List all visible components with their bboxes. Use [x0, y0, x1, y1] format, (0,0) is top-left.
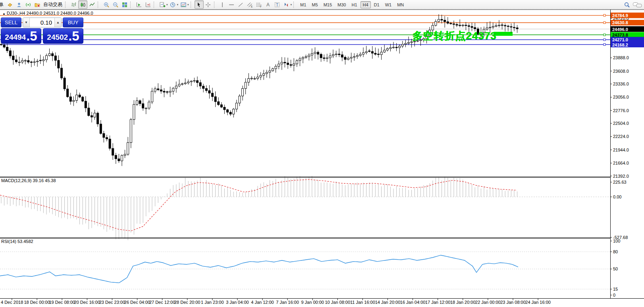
fibonacci-icon[interactable]: F — [255, 0, 264, 9]
svg-text:18 Dec 00:00: 18 Dec 00:00 — [24, 300, 50, 305]
svg-text:3 Jan 04:00: 3 Jan 04:00 — [226, 300, 249, 305]
price-tag: 24630.8 — [611, 20, 644, 25]
periods-clock-icon[interactable] — [168, 0, 177, 9]
price-tag: 24271.0 — [611, 37, 644, 43]
bar-chart-icon[interactable] — [69, 0, 78, 9]
svg-text:225.63: 225.63 — [613, 180, 627, 185]
text-label-icon[interactable]: T — [273, 0, 282, 9]
toolbar-separator — [98, 2, 100, 8]
periods-caret-icon[interactable]: ▾ — [177, 3, 179, 6]
svg-text:T: T — [276, 2, 278, 7]
buy-price-frac: .5 — [68, 29, 79, 43]
templates-icon[interactable] — [179, 0, 188, 9]
timeframe-m1[interactable]: M1 — [298, 1, 309, 8]
gold-package-icon[interactable] — [5, 0, 14, 9]
svg-text:22 Jan 00:00: 22 Jan 00:00 — [475, 300, 501, 305]
new-order-button[interactable]: 单 — [0, 1, 5, 8]
line-chart-icon[interactable] — [87, 0, 96, 9]
pivot-annotation-text: 多空转折点24373 — [412, 29, 496, 43]
chart-title-text: DJ30-,H4 24490.0 24531.0 24480.0 24496.0 — [7, 11, 93, 16]
volume-decrease-button[interactable]: ▼ — [23, 18, 30, 27]
buy-button[interactable]: BUY — [63, 17, 83, 27]
svg-text:4 Dec 2018: 4 Dec 2018 — [1, 300, 23, 305]
price-tag: 24168.2 — [611, 42, 644, 47]
vertical-line-icon[interactable] — [218, 0, 227, 9]
svg-text:22504.0: 22504.0 — [613, 121, 629, 126]
chart-canvas[interactable]: 24720.023888.023608.023336.023056.022776… — [0, 10, 644, 307]
timeframe-w1[interactable]: W1 — [383, 1, 394, 8]
toolbar-separator — [293, 2, 296, 8]
volume-increase-button[interactable]: ▲ — [54, 18, 61, 27]
svg-text:23608.0: 23608.0 — [613, 69, 629, 74]
svg-text:11 Jan 16:00: 11 Jan 16:00 — [350, 300, 375, 305]
search-icon[interactable] — [622, 0, 631, 9]
timeframe-m5[interactable]: M5 — [309, 1, 320, 8]
trendline-icon[interactable] — [236, 0, 245, 9]
svg-text:21944.0: 21944.0 — [613, 148, 629, 152]
auto-scroll-icon[interactable] — [134, 0, 143, 9]
svg-text:E: E — [251, 5, 253, 8]
sell-button[interactable]: SELL — [1, 17, 21, 27]
zoom-out-icon[interactable] — [111, 0, 120, 9]
indicators-add-icon[interactable] — [158, 0, 167, 9]
horizontal-lines[interactable] — [0, 14, 610, 45]
timeframe-m15[interactable]: M15 — [321, 1, 334, 8]
price-axis: 24720.023888.023608.023336.023056.022776… — [610, 13, 644, 297]
buy-price-main: 24502 — [47, 33, 68, 43]
sell-price-box[interactable]: 24494.5 — [1, 28, 41, 44]
text-tool-icon[interactable]: A — [264, 0, 273, 9]
timeframe-m30[interactable]: M30 — [335, 1, 348, 8]
svg-text:23888.0: 23888.0 — [613, 55, 629, 60]
chart-shift-icon[interactable] — [143, 0, 152, 9]
svg-text:A: A — [266, 2, 270, 8]
templates-caret-icon[interactable]: ▾ — [187, 3, 189, 6]
community-icon[interactable] — [14, 0, 23, 9]
toolbar-separator — [154, 2, 156, 8]
svg-text:17 Jan 12:00: 17 Jan 12:00 — [425, 300, 451, 305]
svg-text:24373.8: 24373.8 — [612, 33, 628, 37]
zoom-in-icon[interactable] — [102, 0, 111, 9]
toolbar-separator — [130, 2, 133, 8]
svg-text:F: F — [260, 5, 262, 8]
market-folder-icon[interactable] — [33, 0, 42, 9]
volume-stepper: ▼ ▲ — [23, 17, 62, 27]
svg-text:24630.8: 24630.8 — [612, 20, 628, 25]
autotrading-button[interactable]: 自动交易 — [42, 1, 64, 8]
timeframe-mn[interactable]: MN — [395, 1, 406, 8]
svg-text:100: 100 — [613, 239, 620, 243]
crosshair-icon[interactable] — [204, 0, 213, 9]
horizontal-line-icon[interactable] — [227, 0, 236, 9]
arrows-tool-icon[interactable] — [282, 0, 291, 9]
tile-windows-icon[interactable] — [120, 0, 129, 9]
chart-title: ▲DJ30-,H4 24490.0 24531.0 24480.0 24496.… — [2, 11, 93, 16]
svg-text:50: 50 — [613, 266, 618, 271]
candlestick-chart-icon[interactable] — [78, 0, 87, 9]
timeframe-h1[interactable]: H1 — [349, 1, 359, 8]
arrows-caret-icon[interactable]: ▾ — [291, 3, 292, 6]
timeframe-d1[interactable]: D1 — [372, 1, 382, 8]
time-axis: 4 Dec 201818 Dec 00:0019 Dec 08:0020 Dec… — [1, 298, 551, 305]
svg-text:22776.0: 22776.0 — [613, 108, 629, 113]
svg-text:14 Jan 20:00: 14 Jan 20:00 — [375, 300, 401, 305]
volume-input[interactable] — [30, 18, 54, 27]
svg-text:24271.0: 24271.0 — [612, 37, 628, 42]
chat-icon[interactable] — [631, 0, 644, 9]
equidistant-channel-icon[interactable]: E — [245, 0, 255, 9]
svg-text:7 Jan 16:00: 7 Jan 16:00 — [276, 300, 299, 305]
signals-icon[interactable] — [23, 0, 33, 9]
svg-text:80: 80 — [613, 249, 618, 254]
svg-text:21664.0: 21664.0 — [613, 161, 629, 165]
svg-text:23 Dec 23:00: 23 Dec 23:00 — [99, 300, 125, 305]
timeframe-h4[interactable]: H4 — [361, 1, 371, 8]
svg-text:4 Jan 12:00: 4 Jan 12:00 — [251, 300, 274, 305]
toolbar-separator — [191, 2, 193, 8]
cursor-icon[interactable] — [195, 0, 204, 9]
buy-price-box[interactable]: 24502.5 — [43, 28, 83, 44]
indicators-caret-icon[interactable]: ▾ — [166, 3, 168, 6]
macd-signal-line — [0, 179, 517, 231]
sell-price-frac: .5 — [26, 29, 37, 43]
chart-window[interactable]: 24720.023888.023608.023336.023056.022776… — [0, 10, 644, 307]
price-tag: 24784.9 — [611, 13, 644, 18]
svg-text:9 Jan 00:00: 9 Jan 00:00 — [301, 300, 324, 305]
svg-text:16 Jan 04:00: 16 Jan 04:00 — [400, 300, 426, 305]
